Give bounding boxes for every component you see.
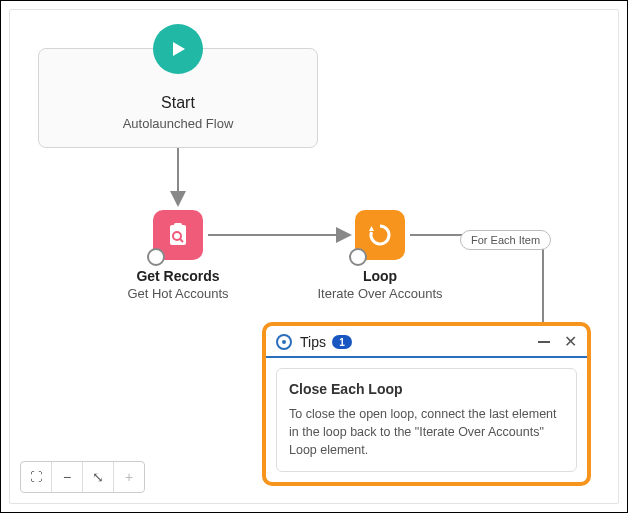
connector-handle[interactable]	[147, 248, 165, 266]
minimize-icon[interactable]	[538, 341, 550, 343]
tips-card-title: Close Each Loop	[289, 381, 564, 397]
tips-title: Tips	[300, 334, 326, 350]
connector-handle[interactable]	[349, 248, 367, 266]
tips-card: Close Each Loop To close the open loop, …	[276, 368, 577, 472]
play-icon	[153, 24, 203, 74]
zoom-out-button[interactable]: −	[52, 462, 83, 492]
zoom-in-button[interactable]: +	[114, 462, 144, 492]
get-records-node[interactable]: Get Records Get Hot Accounts	[108, 210, 248, 301]
loop-title: Loop	[310, 268, 450, 284]
start-title: Start	[39, 94, 317, 112]
zoom-reset-button[interactable]: ⤡	[83, 462, 114, 492]
tips-header: Tips 1 ✕	[266, 326, 587, 358]
clipboard-search-icon	[153, 210, 203, 260]
loop-subtitle: Iterate Over Accounts	[310, 286, 450, 301]
loop-node[interactable]: Loop Iterate Over Accounts	[310, 210, 450, 301]
flow-canvas[interactable]: Start Autolaunched Flow Get Records Get …	[9, 9, 619, 504]
svg-rect-3	[174, 223, 182, 228]
start-node[interactable]: Start Autolaunched Flow	[38, 48, 318, 148]
zoom-controls: ⛶ − ⤡ +	[20, 461, 145, 493]
get-records-subtitle: Get Hot Accounts	[108, 286, 248, 301]
loop-icon	[355, 210, 405, 260]
close-icon[interactable]: ✕	[564, 334, 577, 350]
tips-card-text: To close the open loop, connect the last…	[289, 405, 564, 459]
get-records-title: Get Records	[108, 268, 248, 284]
tips-panel: Tips 1 ✕ Close Each Loop To close the op…	[262, 322, 591, 486]
zoom-fit-button[interactable]: ⛶	[21, 462, 52, 492]
start-subtitle: Autolaunched Flow	[39, 116, 317, 131]
for-each-item-label: For Each Item	[460, 230, 551, 250]
app-frame: Start Autolaunched Flow Get Records Get …	[0, 0, 628, 513]
tips-count-badge: 1	[332, 335, 352, 349]
lifebuoy-icon	[276, 334, 292, 350]
